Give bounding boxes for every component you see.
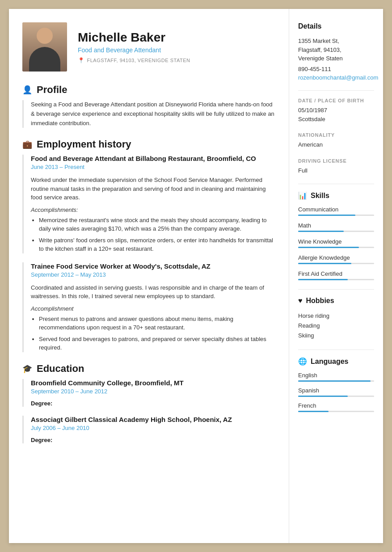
- main-column: Michelle Baker Food and Beverage Attenda…: [9, 9, 289, 543]
- skill-bar-bg: [298, 263, 374, 264]
- education-icon: 🎓: [22, 364, 32, 374]
- avatar: [22, 22, 67, 72]
- edu-1-school: Broomfield Community College, Broomfield…: [31, 379, 275, 387]
- job-2-bullets: Present menus to patrons and answer ques…: [31, 315, 275, 352]
- bullet-item: Memorized the restaurant's wine stock an…: [39, 216, 275, 233]
- sidebar-details: Details 1355 Market St,Flagstaff, 94103,…: [298, 22, 374, 81]
- sidebar-hobbies: ♥ Hobbies Horse riding Reading Skiing: [298, 297, 374, 341]
- skill-bar-fill: [298, 247, 359, 248]
- profile-section-header: 👤 Profile: [22, 84, 275, 96]
- edu-1-dates: September 2010 – June 2012: [31, 388, 275, 395]
- hobby-horse: Horse riding: [298, 311, 374, 321]
- job-1-dates: June 2013 – Present: [31, 164, 275, 170]
- profile-title: Profile: [37, 84, 67, 96]
- hobby-reading: Reading: [298, 321, 374, 331]
- skill-bar-bg: [298, 247, 374, 248]
- job-1-description: Worked under the immediate supervision o…: [31, 176, 275, 202]
- location-icon: 📍: [78, 57, 85, 63]
- job-1-title: Food and Beverage Attendant at Billabong…: [31, 155, 275, 162]
- edu-1-details: Broomfield Community College, Broomfield…: [31, 379, 275, 407]
- job-2-title: Trainee Food Service Worker at Woody's, …: [31, 262, 275, 270]
- skill-communication: Communication: [298, 206, 374, 216]
- job-1-bullets: Memorized the restaurant's wine stock an…: [31, 216, 275, 253]
- lang-bar-fill: [298, 380, 371, 382]
- job-1-details: Food and Beverage Attendant at Billabong…: [31, 155, 275, 253]
- candidate-location: 📍 FLAGSTAFF, 94103, VERENIGDE STATEN: [78, 57, 190, 63]
- job-entry-1: Food and Beverage Attendant at Billabong…: [22, 155, 275, 253]
- education-section: 🎓 Education Broomfield Community College…: [22, 363, 275, 443]
- sidebar-phone: 890-455-111: [298, 65, 374, 74]
- lang-bar-fill: [298, 396, 348, 397]
- skill-bar-fill: [298, 263, 351, 264]
- skill-wine: Wine Knowledge: [298, 238, 374, 248]
- resume-container: Michelle Baker Food and Beverage Attenda…: [9, 9, 383, 543]
- job-1-accomplishments-label: Accomplishments:: [31, 206, 275, 213]
- details-title: Details: [298, 22, 374, 30]
- hobby-skiing: Skiing: [298, 331, 374, 341]
- skill-bar-fill: [298, 215, 355, 216]
- avatar-image: [22, 22, 67, 72]
- education-title: Education: [37, 363, 84, 375]
- sidebar-nationality: NATIONALITY American: [298, 132, 374, 149]
- edu-1-degree: Degree:: [31, 400, 275, 407]
- birth-label: DATE / PLACE OF BIRTH: [298, 98, 374, 103]
- nationality-label: NATIONALITY: [298, 132, 374, 138]
- lang-bar-fill: [298, 411, 329, 412]
- skill-bar-bg: [298, 231, 374, 232]
- hobbies-title: ♥ Hobbies: [298, 297, 374, 305]
- edu-entry-1: Broomfield Community College, Broomfield…: [22, 379, 275, 407]
- profile-text: Seeking a Food and Beverage Attendant po…: [31, 100, 275, 128]
- birth-place: Scottsdale: [298, 115, 374, 124]
- employment-title: Employment history: [37, 139, 131, 150]
- job-entry-2: Trainee Food Service Worker at Woody's, …: [22, 262, 275, 352]
- birth-value: 05/10/1987: [298, 106, 374, 115]
- lang-english: English: [298, 372, 374, 382]
- job-2-dates: September 2012 – May 2013: [31, 271, 275, 278]
- skills-title: 📊 Skills: [298, 191, 374, 200]
- header-info: Michelle Baker Food and Beverage Attenda…: [78, 30, 190, 63]
- employment-section: 💼 Employment history Food and Beverage A…: [22, 139, 275, 352]
- lang-french: French: [298, 402, 374, 412]
- profile-section: 👤 Profile Seeking a Food and Beverage At…: [22, 84, 275, 128]
- education-section-header: 🎓 Education: [22, 363, 275, 375]
- job-2-description: Coordinated and assisted in serving gues…: [31, 283, 275, 301]
- nationality-value: American: [298, 140, 374, 149]
- lang-bar-bg: [298, 396, 374, 397]
- edu-entry-2: Associagt Gilbert Classical Academy High…: [22, 416, 275, 443]
- sidebar-address: 1355 Market St,Flagstaff, 94103,Verenigd…: [298, 37, 374, 63]
- lang-bar-bg: [298, 380, 374, 382]
- employment-icon: 💼: [22, 139, 32, 149]
- bullet-item: Served food and beverages to patrons, an…: [39, 335, 275, 352]
- sidebar: Details 1355 Market St,Flagstaff, 94103,…: [289, 9, 383, 543]
- skill-bar-fill: [298, 279, 348, 280]
- profile-content: Seeking a Food and Beverage Attendant po…: [22, 100, 275, 128]
- languages-icon: 🌐: [298, 357, 307, 366]
- sidebar-skills: 📊 Skills Communication Math Wine Knowled…: [298, 191, 374, 280]
- employment-section-header: 💼 Employment history: [22, 139, 275, 150]
- sidebar-driving: DRIVING LICENSE Full: [298, 158, 374, 175]
- job-2-accomplishments-label: Accomplishment: [31, 305, 275, 312]
- driving-value: Full: [298, 166, 374, 175]
- skill-math: Math: [298, 222, 374, 232]
- skills-icon: 📊: [298, 191, 307, 200]
- skill-bar-bg: [298, 215, 374, 216]
- bullet-item: Write patrons' food orders on slips, mem…: [39, 236, 275, 253]
- sidebar-email[interactable]: rozenboomchantal@gmail.com: [298, 74, 378, 81]
- sidebar-birth: DATE / PLACE OF BIRTH 05/10/1987 Scottsd…: [298, 98, 374, 123]
- bullet-item: Present menus to patrons and answer ques…: [39, 315, 275, 332]
- skill-allergie: Allergie Knowdedge: [298, 254, 374, 264]
- edu-2-details: Associagt Gilbert Classical Academy High…: [31, 416, 275, 443]
- lang-spanish: Spanish: [298, 387, 374, 397]
- skill-firstaid: First Aid Certified: [298, 270, 374, 280]
- divider-2: [298, 184, 374, 184]
- candidate-name: Michelle Baker: [78, 30, 190, 45]
- divider-4: [298, 350, 374, 350]
- languages-title: 🌐 Languages: [298, 357, 374, 366]
- job-2-details: Trainee Food Service Worker at Woody's, …: [31, 262, 275, 352]
- edu-2-dates: July 2006 – June 2010: [31, 425, 275, 431]
- skill-bar-bg: [298, 279, 374, 280]
- lang-bar-bg: [298, 411, 374, 412]
- edu-2-degree: Degree:: [31, 437, 275, 443]
- header: Michelle Baker Food and Beverage Attenda…: [22, 22, 275, 72]
- divider-3: [298, 289, 374, 290]
